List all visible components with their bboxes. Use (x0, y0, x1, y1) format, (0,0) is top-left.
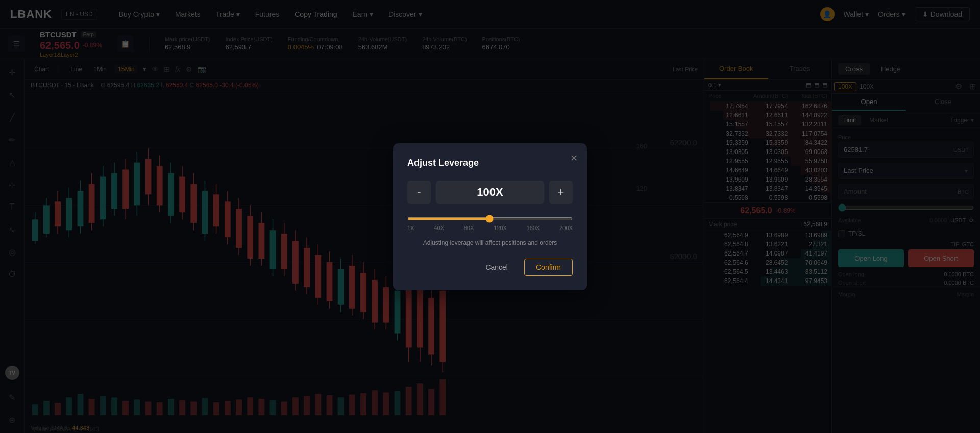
modal-actions: Cancel Confirm (407, 259, 573, 276)
leverage-warning: Adjusting leverage will affect positions… (407, 239, 573, 246)
leverage-modal: Adjust Leverage ✕ - 100X + 1X 40X 80X 12… (393, 143, 587, 290)
lev-mark-160x: 160X (527, 225, 540, 231)
leverage-plus-button[interactable]: + (549, 181, 573, 204)
leverage-value-display: 100X (436, 181, 544, 204)
lev-mark-40x: 40X (434, 225, 444, 231)
leverage-slider-row: 1X 40X 80X 120X 160X 200X (407, 214, 573, 231)
modal-cancel-button[interactable]: Cancel (477, 259, 516, 275)
leverage-marks: 1X 40X 80X 120X 160X 200X (407, 225, 573, 231)
leverage-slider[interactable] (407, 217, 573, 220)
lev-mark-200x: 200X (559, 225, 573, 231)
lev-mark-80x: 80X (464, 225, 474, 231)
lev-mark-1x: 1X (407, 225, 414, 231)
leverage-minus-button[interactable]: - (407, 181, 431, 204)
modal-confirm-button[interactable]: Confirm (524, 259, 573, 276)
modal-close-button[interactable]: ✕ (570, 152, 578, 164)
modal-overlay[interactable]: Adjust Leverage ✕ - 100X + 1X 40X 80X 12… (0, 0, 980, 433)
modal-title: Adjust Leverage (407, 158, 573, 168)
leverage-control: - 100X + (407, 181, 573, 204)
lev-mark-120x: 120X (494, 225, 507, 231)
